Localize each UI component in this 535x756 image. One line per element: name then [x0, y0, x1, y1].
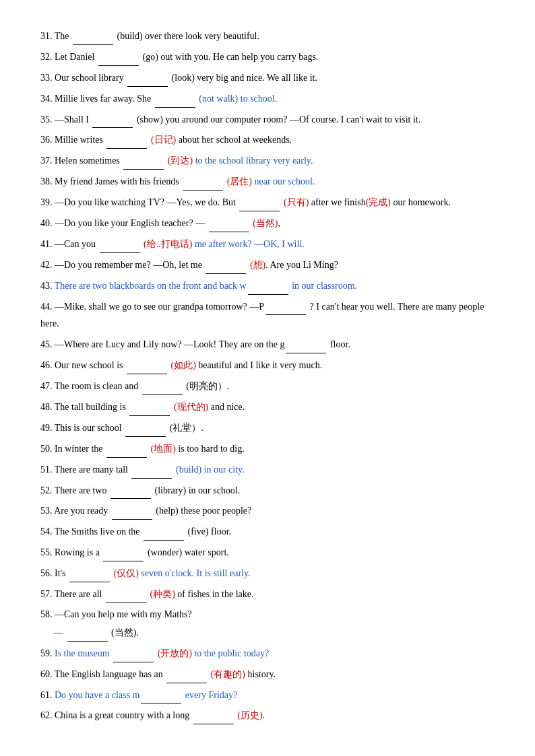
q-number: 55. [40, 547, 55, 557]
q-text: (居住) near our school. [224, 176, 315, 186]
q-number: 45. [40, 339, 55, 349]
q-text: —Shall I [55, 114, 91, 125]
q-text: Helen sometimes [55, 156, 122, 166]
fill-blank [67, 623, 108, 642]
q-text: (地面) is too hard to dig. [148, 444, 245, 454]
list-item: 53. Are you ready (help) these poor peop… [40, 502, 495, 520]
q-text: (历史). [235, 710, 265, 720]
fill-blank [142, 377, 183, 395]
q-text: (仅仅) seven o'clock. It is still early. [111, 568, 251, 578]
fill-blank [69, 564, 110, 582]
q-text: Are you ready [54, 506, 111, 516]
list-item: 46. Our new school is (如此) beautiful and… [40, 356, 495, 374]
q-text: (礼堂）. [167, 423, 203, 433]
q-number: 50. [40, 444, 55, 454]
list-item: 60. The English language has an (有趣的) hi… [40, 665, 495, 683]
q-text: (five) floor. [185, 526, 231, 537]
q-text: (种类) of fishes in the lake. [148, 589, 253, 599]
q-number: 58. [40, 609, 55, 619]
list-item: 48. The tall building is (现代的) and nice. [40, 398, 495, 416]
fill-blank [131, 460, 172, 479]
q-number: 47. [40, 381, 55, 391]
q-text: It's [55, 568, 68, 578]
q-text: (look) very big and nice. We all like it… [169, 73, 317, 83]
q-text: Millie writes [55, 135, 105, 145]
list-item: 40. —Do you like your English teacher? —… [40, 214, 495, 232]
list-item: 47. The room is clean and (明亮的）. [40, 377, 495, 395]
q-number: 49. [40, 423, 55, 433]
fill-blank [106, 585, 146, 603]
q-text: (只有) after we finish(完成) our homework. [281, 197, 451, 207]
q-number: 51. [40, 465, 55, 475]
fill-blank [248, 277, 288, 295]
q-text: (wonder) water sport. [145, 547, 228, 557]
q-number: 53. [40, 506, 54, 516]
q-number: 44. [40, 302, 55, 312]
fill-blank [112, 502, 152, 520]
question-list: 31. The (build) over there look very bea… [40, 27, 495, 724]
list-item: 61. Do you have a class m every Friday? [40, 686, 495, 704]
list-item: 43. There are two blackboards on the fro… [40, 277, 495, 295]
q-number: 43. [40, 281, 55, 291]
fill-blank [92, 110, 133, 129]
fill-blank [183, 172, 223, 191]
q-text: (如此) beautiful and I like it very much. [168, 360, 322, 370]
q-text: —Do you like watching TV? —Yes, we do. B… [55, 197, 238, 207]
q-text: Is the museum [55, 648, 112, 658]
list-item: 44. —Mike. shall we go to see our grandp… [40, 298, 495, 333]
q-text: (build) in our city. [173, 465, 244, 475]
fill-blank [129, 398, 170, 416]
q-number: 40. [40, 218, 55, 228]
q-text: floor. [327, 339, 350, 349]
q-text: The Smiths live on the [55, 526, 142, 537]
fill-blank [193, 706, 234, 724]
q-number: 34. [40, 94, 55, 104]
q-line1: 58. —Can you help me with my Maths? [40, 606, 495, 623]
q-number: 54. [40, 526, 55, 537]
q-text: (现代的) and nice. [171, 402, 245, 412]
fill-blank [123, 151, 164, 170]
q-text: —Can you [55, 239, 98, 249]
q-text: (明亮的）. [184, 381, 230, 391]
list-item: 37. Helen sometimes (到达) to the school l… [40, 151, 495, 170]
fill-blank [144, 522, 184, 541]
q-text: every Friday? [183, 690, 237, 700]
fill-blank [98, 48, 139, 66]
fill-blank [103, 543, 144, 561]
fill-blank [206, 256, 246, 274]
fill-blank [239, 193, 280, 211]
list-item: 31. The (build) over there look very bea… [40, 27, 495, 45]
q-number: 59. [40, 648, 55, 658]
q-text: The tall building is [55, 402, 129, 412]
list-item: 41. —Can you (给..打电话) me after work? —OK… [40, 235, 495, 253]
q-text: (日记) about her school at weekends. [148, 135, 292, 145]
q-text: (给..打电话) me after work? —OK, I will. [141, 239, 305, 249]
q-number: 33. [40, 73, 55, 83]
q-text: Millie lives far away. She [55, 94, 154, 104]
q-text: in our classroom. [290, 281, 357, 291]
q-text: This is our school [55, 423, 124, 433]
q-text: —Can you help me with my Maths? [55, 609, 192, 619]
list-item: 39. —Do you like watching TV? —Yes, we d… [40, 193, 495, 211]
q-text: —Do you like your English teacher? — [55, 218, 208, 228]
list-item: 32. Let Daniel (go) out with you. He can… [40, 48, 495, 66]
fill-blank [106, 131, 147, 149]
fill-blank [155, 90, 195, 108]
fill-blank [209, 214, 249, 232]
q-text: (有趣的) history. [208, 669, 276, 679]
fill-blank [127, 69, 168, 87]
list-item: 34. Millie lives far away. She (not walk… [40, 90, 495, 108]
list-item: 33. Our school library (look) very big a… [40, 69, 495, 87]
list-item: 42. —Do you remember me? —Oh, let me (想)… [40, 256, 495, 274]
q-text: (show) you around our computer room? —Of… [134, 114, 420, 125]
q-text: (到达) to the school library very early. [165, 156, 313, 166]
q-text: —Where are Lucy and Lily now? —Look! The… [55, 339, 284, 349]
list-item: 49. This is our school (礼堂）. [40, 419, 495, 437]
q-number: 32. [40, 52, 55, 62]
q-text: (当然), [251, 218, 280, 228]
list-item: 58. —Can you help me with my Maths?— (当然… [40, 606, 495, 642]
q-text: China is a great country with a long [55, 710, 192, 720]
fill-blank [111, 481, 151, 500]
list-item: 59. Is the museum (开放的) to the public to… [40, 644, 495, 662]
q-number: 31. [40, 31, 55, 41]
